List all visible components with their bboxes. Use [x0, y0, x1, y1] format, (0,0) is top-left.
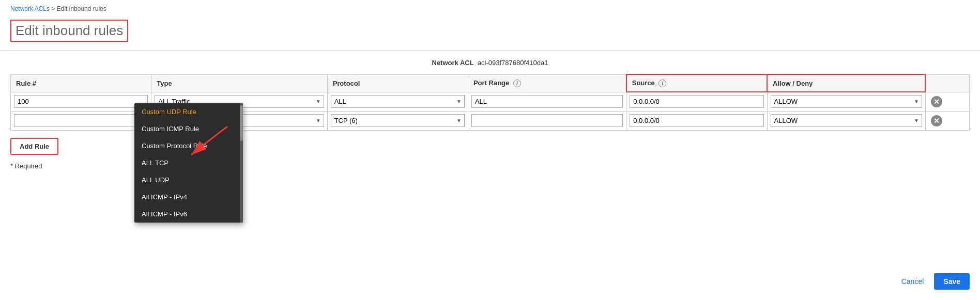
row1-allow-deny-select[interactable]: ALLOW DENY — [771, 95, 922, 108]
save-button[interactable]: Save — [934, 273, 970, 290]
network-acl-value: acl-093f787680f410da1 — [478, 59, 548, 67]
cancel-button[interactable]: Cancel — [896, 274, 929, 289]
row1-port-range-input[interactable] — [471, 95, 623, 108]
row1-source-cell — [626, 92, 767, 111]
row1-allow-deny-select-wrapper: ALLOW DENY ▼ — [771, 95, 922, 108]
row2-protocol-select[interactable]: ALL TCP (6) UDP (17) — [331, 114, 465, 127]
row2-protocol-cell: ALL TCP (6) UDP (17) ▼ — [327, 111, 468, 130]
bottom-actions: Cancel Save — [896, 273, 970, 290]
row1-protocol-select-wrapper: ALL TCP (6) UDP (17) ▼ — [331, 95, 465, 108]
row2-allow-deny-select[interactable]: ALLOW DENY — [771, 114, 922, 127]
row2-port-range-cell — [468, 111, 626, 130]
breadcrumb: Network ACLs > Edit inbound rules — [0, 0, 980, 15]
row1-source-input[interactable] — [630, 95, 763, 108]
port-range-info-icon: i — [513, 80, 521, 87]
col-header-port-range: Port Range i — [468, 74, 626, 92]
row1-port-range-cell — [468, 92, 626, 111]
row2-remove-icon[interactable]: ✕ — [931, 115, 942, 127]
row1-protocol-cell: ALL TCP (6) UDP (17) ▼ — [327, 92, 468, 111]
breadcrumb-current: Edit inbound rules — [57, 5, 106, 12]
dropdown-item-all-udp[interactable]: ALL UDP — [134, 171, 243, 188]
col-header-type: Type — [151, 74, 327, 92]
dropdown-item-all-tcp[interactable]: ALL TCP — [134, 154, 243, 171]
row2-remove-button[interactable]: ✕ — [929, 114, 944, 128]
row2-source-input[interactable] — [630, 114, 763, 127]
col-header-protocol: Protocol — [327, 74, 468, 92]
source-info-icon: i — [659, 80, 666, 87]
row2-port-range-input[interactable] — [471, 114, 623, 127]
type-dropdown-menu: Custom UDP Rule Custom ICMP Rule Custom … — [134, 103, 243, 223]
row1-action-cell: ✕ — [925, 92, 969, 111]
breadcrumb-link[interactable]: Network ACLs — [10, 5, 50, 12]
row1-rule-num-cell — [11, 92, 151, 111]
dropdown-item-custom-udp-rule[interactable]: Custom UDP Rule — [134, 103, 243, 120]
row2-allow-deny-cell: ALLOW DENY ▼ — [767, 111, 925, 130]
page-wrapper: Network ACLs > Edit inbound rules Edit i… — [0, 0, 980, 300]
col-header-allow-deny: Allow / Deny — [767, 74, 925, 92]
network-acl-info: Network ACL acl-093f787680f410da1 — [0, 59, 980, 74]
row1-remove-button[interactable]: ✕ — [929, 95, 944, 108]
col-header-rule-num: Rule # — [11, 74, 151, 92]
row2-source-cell — [626, 111, 767, 130]
dropdown-item-custom-icmp-rule[interactable]: Custom ICMP Rule — [134, 120, 243, 137]
col-header-source: Source i — [626, 74, 767, 92]
dropdown-item-all-icmp-ipv6[interactable]: All ICMP - IPv6 — [134, 206, 243, 223]
row1-protocol-select[interactable]: ALL TCP (6) UDP (17) — [331, 95, 465, 108]
row1-rule-num-input[interactable] — [14, 95, 148, 108]
col-header-actions — [925, 74, 969, 92]
row2-allow-deny-select-wrapper: ALLOW DENY ▼ — [771, 114, 922, 127]
page-title-container: Edit inbound rules — [0, 15, 980, 51]
row2-protocol-select-wrapper: ALL TCP (6) UDP (17) ▼ — [331, 114, 465, 127]
row1-allow-deny-cell: ALLOW DENY ▼ — [767, 92, 925, 111]
row1-remove-icon[interactable]: ✕ — [931, 96, 942, 107]
network-acl-label: Network ACL — [432, 59, 474, 67]
row2-rule-num-input[interactable] — [14, 114, 148, 127]
breadcrumb-separator: > — [51, 5, 56, 12]
dropdown-item-custom-protocol-rule[interactable]: Custom Protocol Rule — [134, 137, 243, 154]
add-rule-button[interactable]: Add Rule — [10, 138, 58, 155]
dropdown-item-all-icmp-ipv4[interactable]: All ICMP - IPv4 — [134, 188, 243, 206]
page-title: Edit inbound rules — [10, 20, 128, 42]
row2-rule-num-cell — [11, 111, 151, 130]
row2-action-cell: ✕ — [925, 111, 969, 130]
